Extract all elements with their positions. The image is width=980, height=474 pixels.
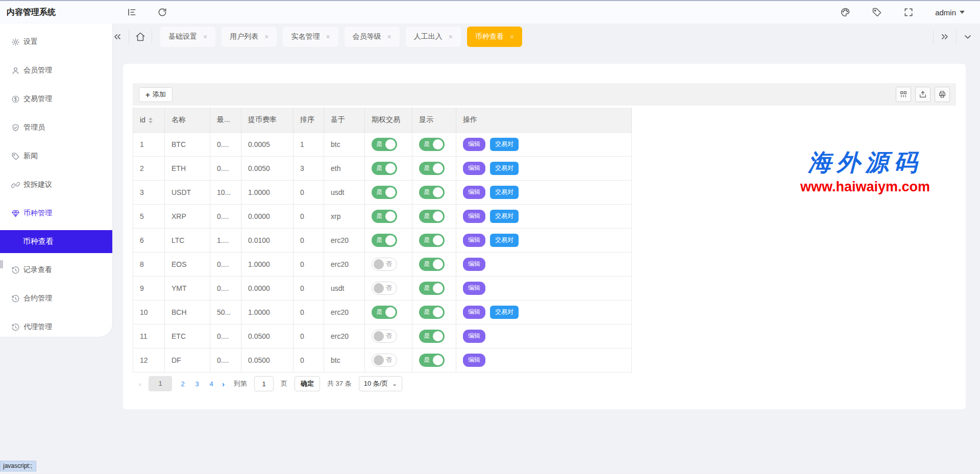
page-next-icon[interactable]: › [222, 380, 225, 388]
cell-max: 1.... [210, 228, 241, 252]
sidebar-scrollbar[interactable] [0, 260, 3, 268]
export-icon[interactable] [915, 87, 930, 102]
trade-pair-button[interactable]: 交易对 [490, 210, 519, 223]
tab-人工出入[interactable]: 人工出入× [406, 27, 461, 47]
tab-实名管理[interactable]: 实名管理× [283, 27, 338, 47]
page-number-4[interactable]: 4 [208, 380, 215, 388]
trade-pair-button[interactable]: 交易对 [490, 306, 519, 319]
menu-toggle-icon[interactable] [127, 7, 137, 17]
column-header-id[interactable]: id [133, 108, 165, 132]
close-icon[interactable]: × [203, 33, 207, 40]
display-switch-on[interactable]: 是 [419, 162, 445, 175]
display-switch-on[interactable]: 是 [419, 282, 445, 295]
edit-button[interactable]: 编辑 [463, 162, 485, 175]
tab-用户列表[interactable]: 用户列表× [222, 27, 277, 47]
refresh-icon[interactable] [157, 7, 167, 17]
cell-actions: 编辑 [456, 324, 632, 348]
tabs-menu-chevron-icon[interactable] [963, 32, 973, 42]
edit-button[interactable]: 编辑 [463, 354, 485, 367]
edit-button[interactable]: 编辑 [463, 186, 485, 199]
sidebar-nav: 设置会员管理交易管理管理员新闻投拆建议币种管理币种查看记录查看合约管理代理管理 [0, 23, 112, 337]
edit-button[interactable]: 编辑 [463, 258, 485, 271]
display-switch-on[interactable]: 是 [419, 234, 445, 247]
page-size-select[interactable]: 10 条/页 ⌄ [359, 376, 402, 391]
edit-button[interactable]: 编辑 [463, 138, 485, 151]
pagination: ‹ 1234 › 到第 页 确定 共 37 条 10 条/页 ⌄ [139, 376, 402, 391]
cell-id: 6 [133, 228, 165, 252]
theme-palette-icon[interactable] [840, 7, 850, 17]
close-icon[interactable]: × [449, 33, 453, 40]
option-trade-switch-off[interactable]: 否 [372, 282, 397, 295]
page-number-3[interactable]: 3 [193, 380, 201, 388]
home-icon[interactable] [135, 32, 145, 42]
cell-actions: 编辑 [456, 348, 632, 372]
sidebar-item-会员管理[interactable]: 会员管理 [0, 56, 112, 85]
table-row: 3USDT10...1.00000usdt是是编辑交易对 [133, 180, 632, 204]
display-switch-on[interactable]: 是 [419, 306, 445, 319]
page-number-2[interactable]: 2 [179, 380, 186, 388]
sidebar-item-合约管理[interactable]: 合约管理 [0, 284, 112, 313]
columns-icon[interactable] [896, 87, 911, 102]
sidebar-item-新闻[interactable]: 新闻 [0, 142, 112, 170]
goto-confirm-button[interactable]: 确定 [295, 376, 320, 391]
tab-基础设置[interactable]: 基础设置× [160, 27, 215, 47]
sidebar-item-设置[interactable]: 设置 [0, 28, 112, 56]
switch-label: 否 [386, 356, 392, 364]
page-number-1-current[interactable]: 1 [149, 376, 172, 391]
cell-display: 是 [412, 324, 456, 348]
tab-会员等级[interactable]: 会员等级× [345, 27, 400, 47]
option-trade-switch-on[interactable]: 是 [372, 138, 397, 151]
close-icon[interactable]: × [510, 33, 514, 40]
sidebar-item-管理员[interactable]: 管理员 [0, 113, 112, 142]
tab-币种查看[interactable]: 币种查看× [467, 27, 522, 47]
display-switch-on[interactable]: 是 [419, 186, 445, 199]
display-switch-on[interactable]: 是 [419, 210, 445, 223]
fullscreen-icon[interactable] [903, 7, 914, 17]
print-icon[interactable] [935, 87, 950, 102]
edit-button[interactable]: 编辑 [463, 210, 485, 223]
cell-actions: 编辑交易对 [456, 132, 632, 156]
tag-icon[interactable] [872, 7, 882, 17]
cell-fee: 0.0000 [241, 204, 293, 228]
option-trade-switch-on[interactable]: 是 [372, 306, 397, 319]
page-prev-icon[interactable]: ‹ [139, 380, 141, 388]
edit-button[interactable]: 编辑 [463, 330, 485, 343]
sort-carets-icon[interactable] [149, 117, 153, 123]
trade-pair-button[interactable]: 交易对 [490, 234, 519, 247]
option-trade-switch-on[interactable]: 是 [372, 186, 397, 199]
option-trade-switch-on[interactable]: 是 [372, 162, 397, 175]
edit-button[interactable]: 编辑 [463, 282, 485, 295]
edit-button[interactable]: 编辑 [463, 306, 485, 319]
close-icon[interactable]: × [326, 33, 330, 40]
close-icon[interactable]: × [264, 33, 268, 40]
trade-pair-button[interactable]: 交易对 [490, 138, 519, 151]
switch-label: 是 [376, 164, 382, 172]
sidebar-item-记录查看[interactable]: 记录查看 [0, 256, 112, 284]
cell-sort: 0 [293, 204, 324, 228]
cell-name: LTC [165, 228, 210, 252]
user-menu[interactable]: admin [935, 8, 965, 17]
option-trade-switch-on[interactable]: 是 [372, 234, 397, 247]
sidebar-item-代理管理[interactable]: 代理管理 [0, 313, 112, 341]
display-switch-on[interactable]: 是 [419, 354, 445, 367]
sidebar-item-投拆建议[interactable]: 投拆建议 [0, 170, 112, 199]
tabs-scroll-right-icon[interactable] [940, 32, 950, 42]
tag-icon [11, 152, 20, 161]
edit-button[interactable]: 编辑 [463, 234, 485, 247]
display-switch-on[interactable]: 是 [419, 258, 445, 271]
option-trade-switch-off[interactable]: 否 [372, 330, 397, 343]
option-trade-switch-off[interactable]: 否 [372, 258, 397, 271]
sidebar-item-交易管理[interactable]: 交易管理 [0, 85, 112, 113]
close-icon[interactable]: × [387, 33, 391, 40]
trade-pair-button[interactable]: 交易对 [490, 162, 519, 175]
sidebar-item-币种查看[interactable]: 币种查看 [0, 230, 112, 253]
display-switch-on[interactable]: 是 [419, 330, 445, 343]
option-trade-switch-on[interactable]: 是 [372, 210, 397, 223]
goto-page-input[interactable] [254, 376, 274, 391]
sidebar-item-币种管理[interactable]: 币种管理 [0, 199, 112, 228]
option-trade-switch-off[interactable]: 否 [372, 354, 397, 367]
tabs-scroll-left-icon[interactable] [112, 32, 122, 42]
add-button[interactable]: + 添加 [139, 87, 173, 102]
trade-pair-button[interactable]: 交易对 [490, 186, 519, 199]
display-switch-on[interactable]: 是 [419, 138, 445, 151]
